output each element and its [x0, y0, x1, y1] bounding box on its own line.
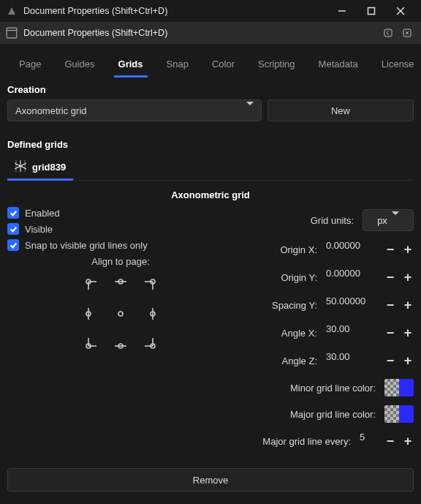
origin-y-decrement[interactable]: − [384, 268, 396, 287]
maximize-button[interactable] [357, 0, 386, 22]
snap-visible-label: Snap to visible grid lines only [25, 240, 148, 251]
tab-page[interactable]: Page [7, 51, 53, 77]
origin-x-input[interactable]: 0.00000 [326, 240, 377, 259]
origin-x-increment[interactable]: + [402, 240, 414, 259]
chevron-down-icon [246, 105, 254, 116]
angle-z-increment[interactable]: + [402, 351, 414, 370]
align-top-left[interactable] [77, 270, 106, 299]
new-button[interactable]: New [268, 99, 414, 121]
tab-row: Page Guides Grids Snap Color Scripting M… [0, 44, 421, 77]
close-button[interactable] [386, 0, 415, 22]
checkmark-icon [7, 223, 19, 235]
tab-snap[interactable]: Snap [155, 51, 200, 77]
align-to-page-label: Align to page: [7, 253, 234, 267]
angle-z-decrement[interactable]: − [384, 351, 396, 370]
minor-color-value [399, 379, 414, 396]
defined-grid-name: grid839 [32, 162, 66, 173]
spacing-y-decrement[interactable]: − [384, 296, 396, 315]
origin-x-label: Origin X: [234, 244, 320, 255]
spacing-y-increment[interactable]: + [402, 296, 414, 315]
grid-right-column: Grid units: px Origin X: 0.00000 − + Ori… [234, 205, 414, 455]
spacing-y-input[interactable]: 50.00000 [326, 296, 377, 315]
minor-color-label: Minor grid line color: [234, 383, 379, 394]
dialog-close-icon[interactable] [399, 26, 415, 40]
align-bottom-right[interactable] [135, 328, 164, 358]
grid-type-select[interactable]: Axonometric grid [7, 99, 262, 121]
grid-left-column: Enabled Visible Snap to visible grid lin… [7, 205, 234, 455]
enabled-label: Enabled [25, 208, 60, 219]
svg-rect-6 [384, 29, 392, 37]
tab-color[interactable]: Color [200, 51, 246, 77]
grid-body-title: Axonometric grid [7, 187, 414, 205]
dialog-title: Document Properties (Shift+Ctrl+D) [23, 28, 377, 38]
major-every-input[interactable]: 5 [360, 432, 377, 451]
origin-y-input[interactable]: 0.00000 [326, 268, 377, 287]
visible-checkbox[interactable]: Visible [7, 221, 234, 237]
enabled-checkbox[interactable]: Enabled [7, 205, 234, 221]
remove-button[interactable]: Remove [7, 468, 414, 492]
minimize-button[interactable] [327, 0, 357, 22]
svg-rect-1 [368, 8, 375, 15]
origin-y-increment[interactable]: + [402, 268, 414, 287]
minor-color-swatch[interactable] [384, 379, 414, 396]
align-middle-center[interactable] [106, 299, 135, 328]
angle-z-label: Angle Z: [234, 356, 320, 366]
creation-row: Axonometric grid New [0, 99, 421, 132]
major-color-label: Major grid line color: [234, 409, 379, 420]
align-bottom-center[interactable] [106, 328, 135, 358]
grid-units-select[interactable]: px [363, 209, 414, 231]
visible-label: Visible [25, 224, 53, 235]
align-bottom-left[interactable] [77, 328, 106, 358]
align-middle-right[interactable] [135, 299, 164, 328]
defined-grid-tabs: grid839 [7, 154, 414, 181]
chevron-down-icon [392, 215, 399, 226]
grid-units-label: Grid units: [234, 215, 357, 226]
dialog-icon [6, 27, 18, 39]
os-titlebar: Document Properties (Shift+Ctrl+D) [0, 0, 421, 22]
svg-rect-4 [7, 28, 17, 38]
grid-type-value: Axonometric grid [15, 105, 87, 116]
grid-units-value: px [377, 215, 387, 226]
origin-x-decrement[interactable]: − [384, 240, 396, 259]
align-grid [7, 270, 234, 358]
tab-guides[interactable]: Guides [53, 51, 106, 77]
checkmark-icon [7, 239, 19, 251]
creation-label: Creation [0, 77, 421, 99]
tab-metadata[interactable]: Metadata [307, 51, 370, 77]
defined-grid-tab[interactable]: grid839 [7, 154, 73, 180]
grid-body: Axonometric grid Enabled Visible Snap to… [0, 181, 421, 462]
angle-z-input[interactable]: 30.00 [326, 351, 377, 370]
align-top-center[interactable] [106, 270, 135, 299]
dock-toggle-icon[interactable] [380, 26, 396, 40]
checker-icon [384, 379, 399, 396]
angle-x-decrement[interactable]: − [384, 323, 396, 342]
spacing-y-label: Spacing Y: [234, 300, 320, 311]
snap-visible-checkbox[interactable]: Snap to visible grid lines only [7, 237, 234, 253]
major-color-value [399, 405, 414, 423]
align-top-right[interactable] [135, 270, 164, 299]
dialog-titlebar: Document Properties (Shift+Ctrl+D) [0, 22, 421, 44]
checkmark-icon [7, 207, 19, 219]
angle-x-input[interactable]: 30.00 [326, 323, 377, 342]
app-icon [6, 5, 18, 17]
checker-icon [384, 405, 399, 423]
major-color-swatch[interactable] [384, 405, 414, 423]
major-every-label: Major grid line every: [234, 436, 354, 447]
origin-y-label: Origin Y: [234, 272, 320, 283]
angle-x-increment[interactable]: + [402, 323, 414, 342]
tab-grids[interactable]: Grids [107, 51, 155, 77]
major-every-decrement[interactable]: − [384, 432, 396, 451]
major-every-increment[interactable]: + [402, 432, 414, 451]
angle-x-label: Angle X: [234, 328, 320, 339]
svg-point-25 [118, 312, 123, 316]
defined-grids-label: Defined grids [0, 132, 421, 154]
tab-license[interactable]: License [370, 51, 421, 77]
axonometric-grid-icon [15, 160, 26, 174]
os-window-title: Document Properties (Shift+Ctrl+D) [23, 6, 327, 16]
tab-scripting[interactable]: Scripting [246, 51, 307, 77]
align-middle-left[interactable] [77, 299, 106, 328]
